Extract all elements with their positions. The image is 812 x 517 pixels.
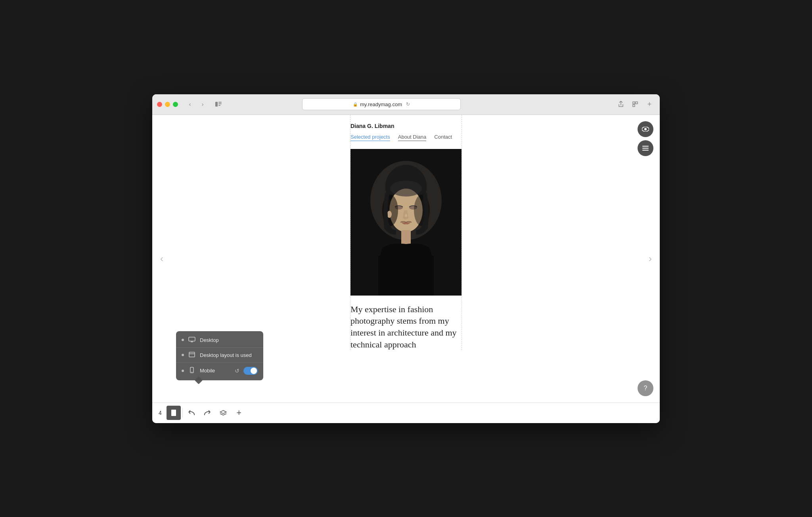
- browser-window: ‹ › 🔒 my.readymag.com ↻: [152, 94, 660, 423]
- mobile-icon: [188, 367, 196, 374]
- nav-about-diana[interactable]: About Diana: [398, 134, 427, 141]
- svg-rect-3: [218, 105, 220, 106]
- refresh-icon[interactable]: ↻: [406, 101, 410, 107]
- page-number: 4: [155, 410, 165, 416]
- site-nav: Selected projects About Diana Contact: [350, 134, 452, 141]
- svg-rect-6: [633, 105, 635, 107]
- svg-marker-33: [220, 410, 226, 414]
- svg-point-21: [644, 128, 647, 130]
- traffic-lights: [157, 102, 178, 107]
- chrome-right-buttons: +: [614, 99, 655, 110]
- mobile-toggle[interactable]: [243, 367, 258, 375]
- redo-button[interactable]: [200, 406, 214, 420]
- svg-rect-25: [189, 337, 195, 341]
- svg-point-31: [192, 372, 192, 372]
- svg-point-11: [390, 181, 422, 196]
- svg-rect-32: [171, 410, 176, 416]
- nav-buttons: ‹ ›: [184, 99, 208, 110]
- layers-button[interactable]: [216, 406, 230, 420]
- svg-rect-24: [642, 150, 649, 151]
- add-button[interactable]: +: [232, 406, 246, 420]
- forward-button[interactable]: ›: [197, 99, 208, 110]
- address-bar[interactable]: 🔒 my.readymag.com ↻: [302, 98, 461, 110]
- svg-rect-2: [218, 103, 222, 104]
- popup-dot: [182, 339, 184, 341]
- device-popup: Desktop Desktop layout is used: [176, 331, 263, 380]
- layout-icon: [188, 352, 196, 359]
- site-name: Diana G. Libman: [350, 123, 394, 129]
- svg-rect-0: [215, 102, 218, 107]
- svg-point-19: [405, 214, 407, 217]
- new-tab-button[interactable]: +: [644, 99, 655, 110]
- bottom-toolbar: 4 +: [152, 403, 660, 423]
- desktop-label: Desktop: [200, 337, 258, 343]
- nav-selected-projects[interactable]: Selected projects: [350, 134, 390, 141]
- portrait-image: [350, 149, 462, 296]
- url-text: my.readymag.com: [360, 101, 402, 107]
- nav-arrow-right[interactable]: ›: [645, 249, 656, 268]
- menu-button[interactable]: [638, 140, 653, 156]
- traffic-light-minimize[interactable]: [165, 102, 170, 107]
- nav-contact[interactable]: Contact: [434, 134, 452, 141]
- popup-divider-2: [176, 362, 263, 363]
- traffic-light-close[interactable]: [157, 102, 162, 107]
- svg-rect-23: [642, 148, 649, 149]
- traffic-light-maximize[interactable]: [173, 102, 178, 107]
- popup-layout-item: Desktop layout is used: [176, 349, 263, 362]
- svg-rect-14: [401, 230, 411, 246]
- browser-chrome: ‹ › 🔒 my.readymag.com ↻: [152, 94, 660, 115]
- svg-rect-4: [633, 102, 635, 104]
- popup-mobile-item[interactable]: Mobile ↺: [176, 364, 263, 378]
- svg-rect-1: [218, 102, 222, 103]
- popup-dot-2: [182, 354, 184, 356]
- svg-rect-28: [189, 352, 195, 357]
- fullscreen-button[interactable]: [630, 99, 641, 110]
- popup-dot-3: [182, 370, 184, 372]
- help-button[interactable]: ?: [638, 380, 653, 396]
- layout-label: Desktop layout is used: [200, 352, 258, 358]
- site-content: Diana G. Libman Selected projects About …: [350, 123, 462, 351]
- desktop-icon: [188, 337, 196, 343]
- browser-content: ‹ Diana G. Libman Selected projects Abou…: [152, 115, 660, 403]
- popup-desktop-item[interactable]: Desktop: [176, 334, 263, 347]
- preview-button[interactable]: [638, 121, 653, 137]
- back-button[interactable]: ‹: [184, 99, 195, 110]
- toolbar-separator: [182, 408, 183, 418]
- svg-rect-22: [642, 146, 649, 147]
- page-icon-button[interactable]: [167, 406, 181, 420]
- popup-divider-1: [176, 347, 263, 348]
- overlay-buttons: [638, 121, 653, 156]
- nav-arrow-left[interactable]: ‹: [156, 249, 167, 268]
- svg-rect-5: [636, 102, 638, 104]
- mobile-label: Mobile: [200, 368, 231, 374]
- svg-rect-18: [378, 256, 434, 296]
- reset-icon[interactable]: ↺: [235, 368, 239, 374]
- undo-button[interactable]: [184, 406, 199, 420]
- lock-icon: 🔒: [353, 102, 358, 107]
- share-button[interactable]: [615, 99, 626, 110]
- body-text: My expertise in fashion photography stem…: [350, 303, 462, 351]
- reader-view-button[interactable]: [213, 99, 224, 110]
